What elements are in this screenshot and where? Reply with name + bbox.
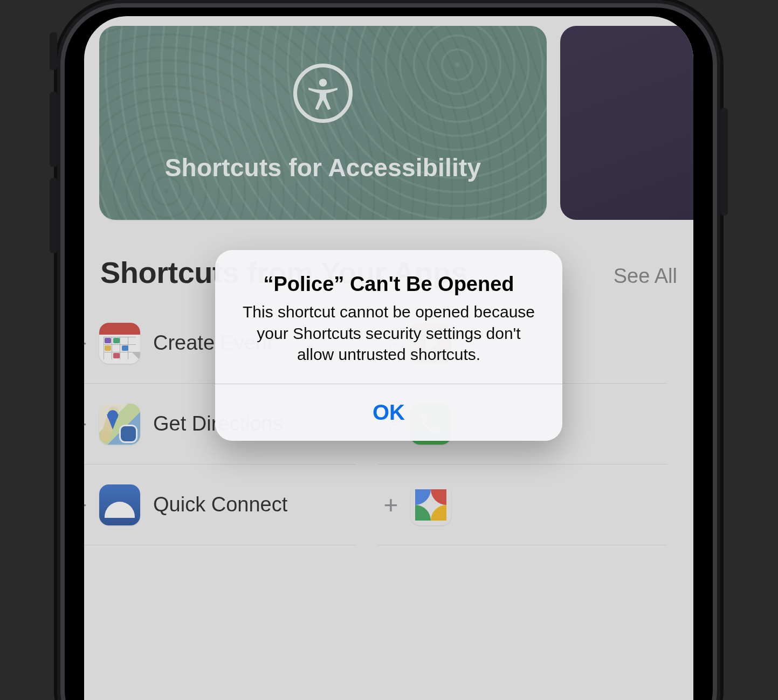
side-button	[720, 108, 728, 216]
maps-icon	[99, 404, 140, 445]
phone-frame: Shortcuts for Accessibility Shortcuts fr…	[57, 0, 720, 700]
list-item[interactable]: +	[378, 465, 667, 545]
featured-card-secondary[interactable]	[560, 26, 693, 220]
list-item-label: Quick Connect	[153, 493, 287, 516]
screen: Shortcuts for Accessibility Shortcuts fr…	[84, 16, 693, 700]
featured-card-title: Shortcuts for Accessibility	[165, 153, 481, 182]
alert-dialog: “Police” Can't Be Opened This shortcut c…	[215, 250, 562, 441]
volume-up-button	[50, 92, 57, 167]
accessibility-icon	[293, 64, 353, 123]
add-icon[interactable]: +	[84, 412, 93, 436]
see-all-link[interactable]: See All	[614, 265, 677, 288]
alert-title: “Police” Can't Be Opened	[237, 273, 541, 296]
add-icon[interactable]: +	[84, 493, 93, 517]
ok-button[interactable]: OK	[215, 384, 562, 441]
alert-message: This shortcut cannot be opened because y…	[237, 301, 541, 365]
google-photos-icon	[410, 484, 451, 525]
nordvpn-icon	[99, 484, 140, 525]
mute-switch	[50, 32, 57, 70]
list-item[interactable]: + Quick Connect	[84, 465, 356, 545]
svg-point-0	[319, 79, 327, 86]
volume-down-button	[50, 178, 57, 253]
fantastical-icon	[99, 323, 140, 364]
add-icon[interactable]: +	[84, 331, 93, 356]
add-icon[interactable]: +	[378, 493, 404, 517]
featured-card-accessibility[interactable]: Shortcuts for Accessibility	[99, 26, 547, 220]
featured-row: Shortcuts for Accessibility	[99, 26, 678, 220]
